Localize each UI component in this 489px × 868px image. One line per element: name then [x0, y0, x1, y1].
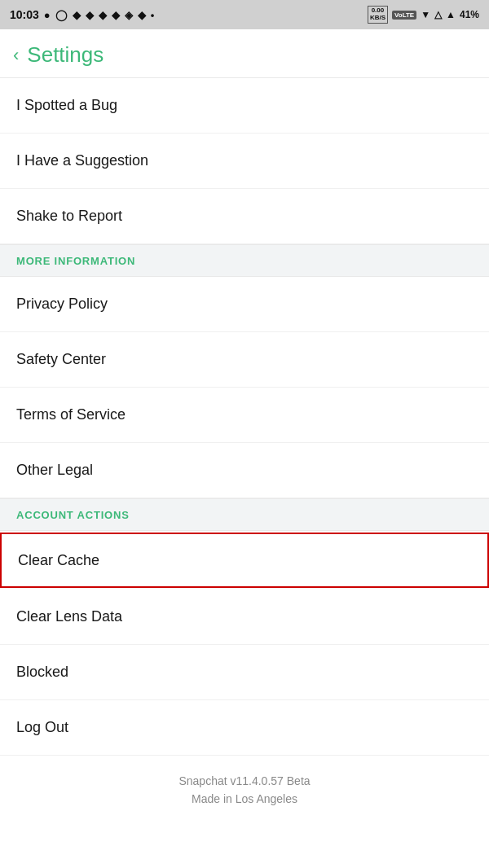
footer-line2: Made in Los Angeles — [13, 790, 476, 808]
footer: Snapchat v11.4.0.57 Beta Made in Los Ang… — [0, 756, 489, 822]
menu-item-privacy-policy[interactable]: Privacy Policy — [0, 277, 489, 332]
menu-item-shake-report[interactable]: Shake to Report — [0, 189, 489, 244]
menu-item-clear-cache-label: Clear Cache — [18, 552, 99, 569]
status-bar-left: 10:03 ● ◯ ◆ ◆ ◆ ◆ ◈ ◆ • — [10, 8, 154, 21]
menu-item-blocked-label: Blocked — [16, 664, 68, 681]
menu-item-spotted-bug[interactable]: I Spotted a Bug — [0, 78, 489, 134]
status-bar-right: 0.00KB/S VoLTE ▼ △ ▲ 41% — [368, 6, 479, 24]
menu-item-other-legal[interactable]: Other Legal — [0, 443, 489, 498]
menu-item-safety-center[interactable]: Safety Center — [0, 332, 489, 388]
more-information-section: Privacy Policy Safety Center Terms of Se… — [0, 277, 489, 498]
menu-item-suggestion-label: I Have a Suggestion — [16, 152, 148, 169]
footer-line1: Snapchat v11.4.0.57 Beta — [13, 772, 476, 790]
facebook-icon: ● — [44, 9, 51, 21]
menu-item-safety-center-label: Safety Center — [16, 351, 106, 368]
top-menu-section: I Spotted a Bug I Have a Suggestion Shak… — [0, 78, 489, 244]
menu-item-privacy-policy-label: Privacy Policy — [16, 296, 108, 313]
menu-item-spotted-bug-label: I Spotted a Bug — [16, 97, 117, 114]
wifi-icon: ▼ — [421, 9, 430, 20]
menu-item-terms-of-service[interactable]: Terms of Service — [0, 388, 489, 443]
settings-header: ‹ Settings — [0, 29, 489, 78]
menu-item-terms-of-service-label: Terms of Service — [16, 406, 126, 423]
menu-item-blocked[interactable]: Blocked — [0, 645, 489, 700]
pinterest-icon: ◈ — [125, 9, 133, 21]
twitter-icon-2: ◆ — [138, 9, 146, 21]
volte-badge: VoLTE — [392, 11, 416, 20]
status-bar: 10:03 ● ◯ ◆ ◆ ◆ ◆ ◈ ◆ • 0.00KB/S VoLTE ▼… — [0, 0, 489, 29]
status-time: 10:03 — [10, 8, 39, 21]
more-information-label: MORE INFORMATION — [16, 255, 135, 267]
menu-item-log-out-label: Log Out — [16, 719, 68, 736]
battery-percentage: 41% — [460, 9, 479, 20]
account-actions-section-header: ACCOUNT ACTIONS — [0, 498, 489, 531]
instagram-icon: ◯ — [55, 9, 68, 21]
page-title: Settings — [27, 42, 104, 68]
signal-icon-2: ▲ — [446, 9, 456, 20]
account-actions-label: ACCOUNT ACTIONS — [16, 509, 130, 521]
menu-item-clear-lens-data-label: Clear Lens Data — [16, 608, 122, 625]
menu-item-shake-report-label: Shake to Report — [16, 208, 122, 225]
menu-item-suggestion[interactable]: I Have a Suggestion — [0, 134, 489, 189]
menu-item-clear-cache[interactable]: Clear Cache — [0, 533, 489, 588]
twitter-icon-1: ◆ — [112, 9, 120, 21]
menu-item-clear-lens-data[interactable]: Clear Lens Data — [0, 590, 489, 645]
account-actions-section: Clear Cache Clear Lens Data Blocked Log … — [0, 533, 489, 756]
snapchat-icon-2: ◆ — [86, 9, 94, 21]
data-speed: 0.00KB/S — [368, 6, 388, 24]
more-information-section-header: MORE INFORMATION — [0, 244, 489, 277]
menu-item-other-legal-label: Other Legal — [16, 462, 93, 479]
back-button[interactable]: ‹ — [13, 45, 19, 66]
signal-icon-1: △ — [434, 9, 442, 20]
menu-item-log-out[interactable]: Log Out — [0, 700, 489, 756]
dot-icon: • — [151, 9, 155, 21]
snapchat-icon-1: ◆ — [73, 9, 81, 21]
snapchat-icon-3: ◆ — [99, 9, 107, 21]
